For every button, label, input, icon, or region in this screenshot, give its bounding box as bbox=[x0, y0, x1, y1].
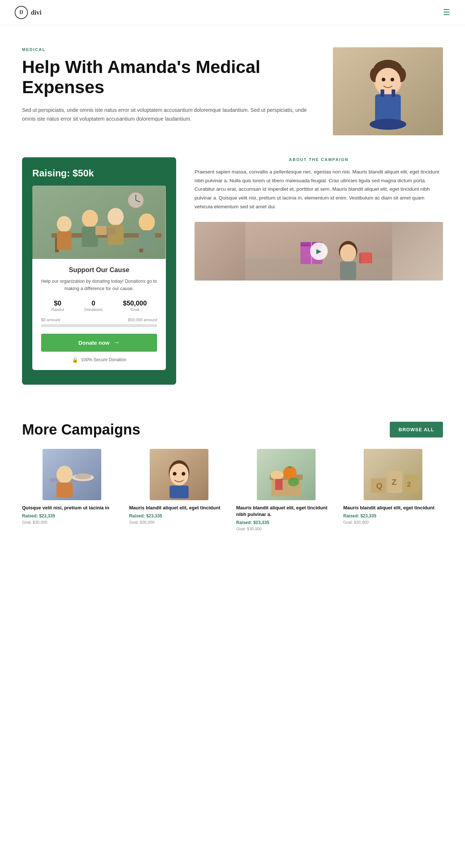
svg-rect-52 bbox=[170, 486, 189, 498]
campaign-item: Mauris blandit aliquet elit, eget tincid… bbox=[236, 449, 336, 531]
stat-raised: $0 Raised bbox=[51, 300, 64, 312]
campaign-card-wrap: Raising: $50k bbox=[22, 157, 176, 385]
stat-goal: $50,000 Goal bbox=[123, 300, 147, 312]
stat-donations-value: 0 bbox=[84, 300, 103, 307]
campaign-item-image bbox=[236, 449, 336, 500]
stat-goal-label: Goal bbox=[123, 307, 147, 312]
campaign-item-raised: Raised: $23,335 bbox=[129, 513, 229, 519]
hero-section: MEDICAL Help With Amanda's Medical Expen… bbox=[0, 25, 465, 150]
svg-point-46 bbox=[75, 473, 91, 479]
svg-point-7 bbox=[382, 78, 385, 81]
header: D divi ☰ bbox=[0, 0, 465, 25]
about-section-label: ABOUT THE CAMPAIGN bbox=[195, 157, 443, 162]
campaign-image bbox=[32, 186, 166, 259]
card-title: Support Our Cause bbox=[41, 266, 157, 274]
card-body: Support Our Cause Help our organization … bbox=[32, 259, 166, 370]
about-text: Praesent sapien massa, convallis a pelle… bbox=[195, 168, 443, 211]
campaign-item-raised: Raised: $23,335 bbox=[343, 513, 443, 519]
svg-rect-29 bbox=[95, 226, 106, 235]
lock-icon: 🔒 bbox=[72, 357, 78, 363]
svg-rect-11 bbox=[392, 89, 395, 97]
svg-rect-65 bbox=[404, 475, 418, 493]
stat-raised-value: $0 bbox=[51, 300, 64, 307]
svg-point-12 bbox=[370, 119, 406, 130]
svg-rect-30 bbox=[106, 228, 116, 235]
hero-image bbox=[333, 47, 443, 135]
campaign-item-raised: Raised: $23,335 bbox=[22, 513, 122, 519]
svg-rect-60 bbox=[275, 479, 282, 490]
svg-rect-59 bbox=[273, 471, 280, 478]
campaign-item-goal: Goal: $30,000 bbox=[129, 520, 229, 524]
arrow-icon: → bbox=[113, 339, 120, 347]
progress-max-label: $50,000 amount bbox=[128, 318, 157, 322]
svg-rect-28 bbox=[139, 230, 155, 249]
svg-point-57 bbox=[288, 466, 291, 468]
campaigns-grid: Quisque velit nisi, pretium ut lacinia i… bbox=[22, 449, 443, 531]
campaign-card-inner: Support Our Cause Help our organization … bbox=[32, 186, 166, 370]
campaign-section: Raising: $50k bbox=[0, 150, 465, 407]
svg-rect-37 bbox=[361, 252, 371, 263]
progress-min-label: $0 amount bbox=[41, 318, 60, 322]
video-thumbnail[interactable]: ▶ bbox=[195, 222, 443, 281]
svg-point-34 bbox=[340, 244, 356, 262]
campaign-item-title: Mauris blandit aliquet elit, eget tincid… bbox=[236, 505, 336, 518]
stat-goal-value: $50,000 bbox=[123, 300, 147, 307]
stat-donations: 0 Donations bbox=[84, 300, 103, 312]
stats-row: $0 Raised 0 Donations $50,000 Goal bbox=[41, 300, 157, 312]
logo-text: divi bbox=[31, 9, 41, 17]
progress-bar-background bbox=[41, 324, 157, 327]
campaign-item-raised: Raised: $23,335 bbox=[236, 520, 336, 525]
svg-rect-22 bbox=[57, 231, 72, 250]
svg-rect-10 bbox=[381, 89, 384, 97]
more-campaigns-section: More Campaigns BROWSE ALL Quisque velit … bbox=[0, 407, 465, 553]
svg-point-51 bbox=[182, 472, 185, 476]
hero-description: Sed ut perspiciatis, unde omnis iste nat… bbox=[22, 106, 318, 124]
svg-text:2: 2 bbox=[407, 481, 411, 488]
hamburger-menu-icon[interactable]: ☰ bbox=[443, 8, 450, 17]
svg-point-50 bbox=[173, 472, 177, 476]
play-button[interactable]: ▶ bbox=[310, 242, 328, 260]
about-section: ABOUT THE CAMPAIGN Praesent sapien massa… bbox=[195, 157, 443, 281]
more-campaigns-title: More Campaigns bbox=[22, 421, 140, 438]
svg-rect-35 bbox=[340, 261, 356, 280]
logo[interactable]: D divi bbox=[15, 6, 41, 19]
svg-text:Q: Q bbox=[376, 481, 382, 490]
svg-point-25 bbox=[108, 208, 124, 226]
donate-now-button[interactable]: Donate now → bbox=[41, 334, 157, 352]
campaign-item-image bbox=[22, 449, 122, 500]
svg-point-43 bbox=[57, 466, 73, 483]
progress-labels: $0 amount $50,000 amount bbox=[41, 318, 157, 322]
campaign-item-title: Mauris blandit aliquet elit, eget tincid… bbox=[343, 505, 443, 511]
campaign-item-goal: Goal: $30,000 bbox=[343, 520, 443, 524]
campaign-item: Quisque velit nisi, pretium ut lacinia i… bbox=[22, 449, 122, 531]
campaign-item: Q Z 2 Mauris blandit aliquet elit, eget … bbox=[343, 449, 443, 531]
svg-point-6 bbox=[375, 68, 400, 94]
hero-category: MEDICAL bbox=[22, 47, 318, 52]
svg-point-8 bbox=[390, 78, 394, 81]
stat-raised-label: Raised bbox=[51, 307, 64, 312]
campaign-item-title: Mauris blandit aliquet elit, eget tincid… bbox=[129, 505, 229, 511]
hero-text: MEDICAL Help With Amanda's Medical Expen… bbox=[22, 47, 318, 124]
campaign-item-image: Q Z 2 bbox=[343, 449, 443, 500]
logo-icon: D bbox=[15, 6, 28, 19]
secure-label: 100% Secure Donation bbox=[81, 357, 126, 362]
campaign-card-outer: Raising: $50k bbox=[22, 157, 176, 385]
campaign-item-title: Quisque velit nisi, pretium ut lacinia i… bbox=[22, 505, 122, 511]
hero-title: Help With Amanda's Medical Expenses bbox=[22, 57, 318, 97]
campaign-item-goal: Goal: $30,000 bbox=[236, 527, 336, 531]
campaign-item: Mauris blandit aliquet elit, eget tincid… bbox=[129, 449, 229, 531]
secure-badge: 🔒 100% Secure Donation bbox=[41, 357, 157, 363]
svg-point-23 bbox=[82, 210, 98, 227]
card-description: Help our organization by donating today!… bbox=[41, 278, 157, 292]
svg-rect-44 bbox=[57, 483, 73, 497]
stat-donations-label: Donations bbox=[84, 307, 103, 312]
raising-title: Raising: $50k bbox=[32, 168, 166, 179]
svg-point-27 bbox=[139, 213, 155, 231]
donate-now-label: Donate now bbox=[79, 340, 110, 346]
campaign-item-goal: Goal: $30,000 bbox=[22, 520, 122, 524]
svg-point-61 bbox=[288, 477, 299, 486]
browse-all-button[interactable]: BROWSE ALL bbox=[390, 422, 443, 437]
more-campaigns-header: More Campaigns BROWSE ALL bbox=[22, 421, 443, 438]
svg-text:Z: Z bbox=[392, 477, 396, 487]
svg-point-21 bbox=[57, 216, 72, 232]
